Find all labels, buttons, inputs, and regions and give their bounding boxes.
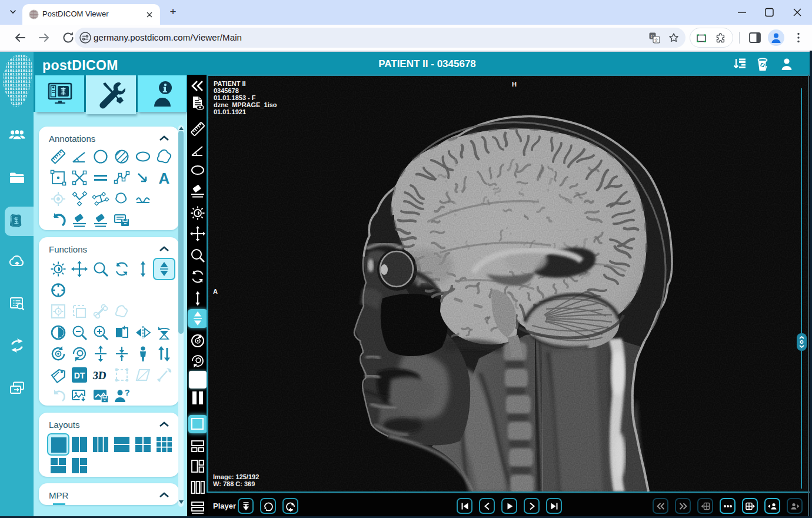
svg-text:?: ? <box>124 387 129 397</box>
svg-text:3D: 3D <box>92 369 107 381</box>
svg-text:A: A <box>159 170 170 187</box>
svg-text:DT: DT <box>74 371 85 380</box>
svg-text:文: 文 <box>654 38 659 43</box>
